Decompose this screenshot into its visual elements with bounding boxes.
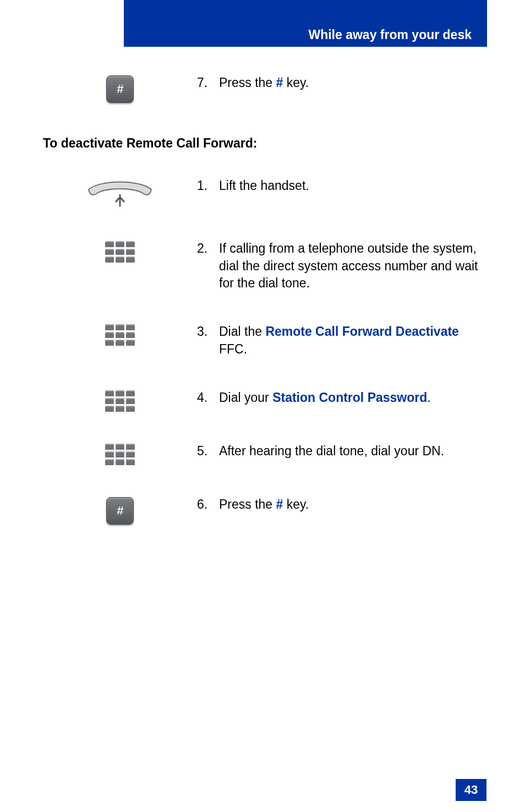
hash-key-icon: # [106,497,134,525]
hash-key-icon: # [106,75,134,103]
step-row: 3.Dial the Remote Call Forward Deactivat… [43,323,489,358]
keypad-cell [116,444,124,450]
keypad-cell [126,459,135,465]
step-row: #6.Press the # key. [43,496,489,525]
keypad-icon [105,390,135,412]
step-text-col: 1.Lift the handset. [197,177,489,195]
keypad-cell [126,249,135,255]
step-instruction: Press the # key. [219,74,489,92]
text-segment: . [427,390,430,405]
keypad-cell [116,257,124,263]
keypad-cell [105,324,114,330]
step-instruction: Dial the Remote Call Forward Deactivate … [219,323,489,358]
text-segment: If calling from a telephone outside the … [219,241,478,290]
section-heading: To deactivate Remote Call Forward: [43,136,489,151]
step-instruction: If calling from a telephone outside the … [219,240,489,292]
page-content: # 7. Press the # key. To deactivate Remo… [43,74,489,555]
keypad-icon [105,241,135,263]
icon-col [43,323,197,346]
keyword: # [276,497,283,511]
step-instruction: Dial your Station Control Password. [219,389,489,407]
lift-handset-icon [84,178,156,209]
keypad-cell [126,451,135,457]
step-instruction: After hearing the dial tone, dial your D… [219,443,489,460]
keypad-cell [126,444,135,450]
text-segment: After hearing the dial tone, dial your D… [219,444,444,458]
icon-col [43,443,197,465]
text-segment: Lift the handset. [219,178,309,193]
keypad-cell [105,398,114,404]
step-text-col: 4.Dial your Station Control Password. [197,389,489,407]
step-row: 1.Lift the handset. [43,177,489,209]
steps-container: 1.Lift the handset.2.If calling from a t… [43,177,489,525]
keypad-cell [116,324,124,330]
keypad-icon [105,324,135,346]
icon-col [43,240,197,263]
page-number-badge: 43 [456,779,486,801]
step-number: 4. [197,389,219,407]
step-row: 2.If calling from a telephone outside th… [43,240,489,292]
keypad-cell [116,390,124,396]
keypad-cell [116,398,124,404]
keypad-cell [105,444,114,450]
icon-col [43,177,197,209]
keypad-cell [126,398,135,404]
keypad-cell [116,332,124,338]
keypad-icon [105,444,135,465]
step-text-col: 6.Press the # key. [197,496,489,514]
keypad-cell [126,406,135,412]
step-row: 4.Dial your Station Control Password. [43,389,489,412]
text-segment: Dial the [219,324,265,339]
keypad-cell [105,451,114,457]
keypad-cell [105,257,114,263]
keypad-cell [126,390,135,396]
icon-col [43,389,197,412]
step-number: 5. [197,443,219,460]
keypad-cell [105,390,114,396]
text-suffix: key. [283,75,309,90]
text-segment: Dial your [219,390,272,405]
step-number: 2. [197,240,219,292]
step-text-col: 3.Dial the Remote Call Forward Deactivat… [197,323,489,358]
keypad-cell [105,241,114,247]
step-number: 1. [197,177,219,195]
keypad-cell [105,459,114,465]
step-text-col: 2.If calling from a telephone outside th… [197,240,489,292]
keypad-cell [116,241,124,247]
step-instruction: Lift the handset. [219,177,489,195]
keypad-cell [116,406,124,412]
icon-col: # [43,74,197,103]
keypad-cell [105,249,114,255]
step-text-col: 7. Press the # key. [197,74,489,92]
header-band: While away from your desk [124,0,487,47]
keyword: Remote Call Forward Deactivate [265,324,459,339]
keypad-cell [116,459,124,465]
step-number: 3. [197,323,219,358]
icon-col: # [43,496,197,525]
step-number: 7. [197,74,219,92]
step-number: 6. [197,496,219,514]
step-row-7: # 7. Press the # key. [43,74,489,103]
keypad-cell [126,324,135,330]
text-segment: Press the [219,497,276,511]
text-segment: key. [283,497,309,511]
keypad-cell [116,340,124,346]
step-instruction: Press the # key. [219,496,489,514]
text-prefix: Press the [219,75,276,90]
step-row: 5.After hearing the dial tone, dial your… [43,443,489,465]
keyword-hash: # [276,75,283,90]
keypad-cell [116,249,124,255]
text-segment: FFC. [219,342,247,356]
page-header-title: While away from your desk [308,28,472,42]
step-text-col: 5.After hearing the dial tone, dial your… [197,443,489,460]
keypad-cell [126,241,135,247]
keypad-cell [105,332,114,338]
keypad-cell [105,340,114,346]
keyword: Station Control Password [272,390,427,405]
keypad-cell [116,451,124,457]
keypad-cell [126,257,135,263]
keypad-cell [126,332,135,338]
keypad-cell [126,340,135,346]
keypad-cell [105,406,114,412]
